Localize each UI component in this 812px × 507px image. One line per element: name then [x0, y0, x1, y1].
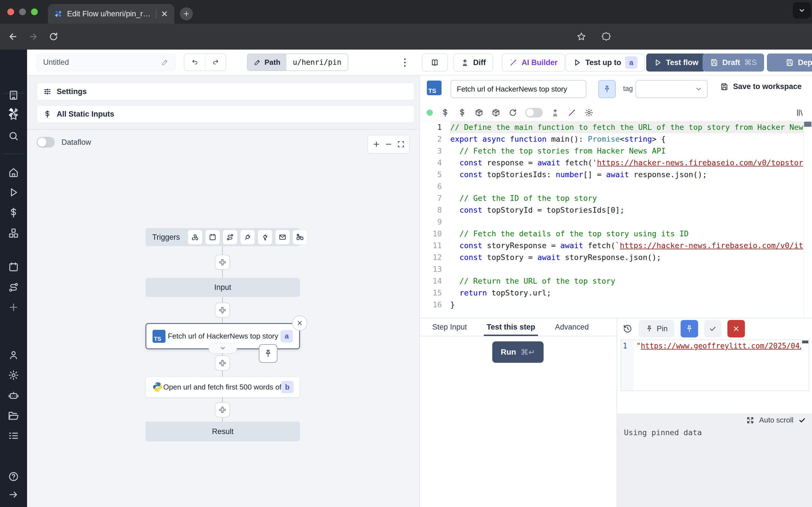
close-pinned-button[interactable] [727, 320, 745, 337]
flow-settings-row[interactable]: Settings [37, 83, 414, 100]
sidebar-item-search search-icon[interactable] [8, 130, 19, 142]
pin-active-button[interactable] [680, 320, 698, 337]
undo-button[interactable] [185, 54, 205, 70]
editor-minimap[interactable] [804, 121, 812, 318]
extensions-puzzle-icon[interactable] [601, 32, 611, 42]
step-b-title: Open url and fetch first 500 words of ..… [163, 383, 281, 392]
confirm-button[interactable] [704, 320, 721, 337]
sidebar-item-users user-icon[interactable] [8, 349, 19, 360]
gear-icon[interactable] [585, 108, 594, 117]
dataflow-toggle[interactable] [37, 137, 55, 148]
path-button-group[interactable]: Path u/henri/pin [247, 54, 348, 71]
trigger-webhook-button[interactable] [188, 230, 202, 244]
sidebar-item-collapse arrow-right-icon[interactable] [8, 489, 19, 500]
run-button[interactable]: Run⌘↵ [492, 341, 544, 363]
zoom-in-icon[interactable] [372, 140, 380, 148]
step-node-b[interactable]: Open url and fetch first 500 words of ..… [146, 377, 300, 397]
wand-icon[interactable] [567, 108, 576, 117]
sidebar-item-settings gear-icon[interactable] [8, 370, 19, 381]
toolbar-kebab-icon[interactable] [399, 56, 411, 69]
path-label-segment[interactable]: Path [248, 54, 287, 70]
trigger-mail-button[interactable] [275, 230, 290, 244]
new-tab-button[interactable] [180, 7, 193, 20]
path-value[interactable]: u/henri/pin [287, 54, 347, 70]
forward-icon[interactable] [28, 32, 38, 42]
step-tabs: Step InputTest this stepAdvanced [420, 318, 617, 336]
ai-builder-button[interactable]: AI Builder [502, 54, 565, 71]
sidebar-item-favorites star-icon[interactable] [8, 110, 19, 121]
refresh-icon[interactable] [508, 108, 517, 117]
library-icon[interactable] [796, 108, 805, 117]
triggers-node[interactable]: Triggers [146, 228, 300, 246]
package-icon[interactable] [492, 108, 500, 117]
insert-step-button[interactable] [215, 255, 230, 270]
traffic-light-minimize[interactable] [19, 8, 26, 15]
flow-name-field[interactable]: Untitled [37, 54, 175, 71]
sidebar-item-workspace building-icon[interactable] [8, 90, 19, 101]
all-static-inputs-row[interactable]: All Static Inputs [37, 105, 414, 123]
trigger-route-button[interactable] [223, 230, 238, 244]
reload-icon[interactable] [49, 32, 59, 42]
step-title-input[interactable] [451, 80, 587, 98]
dollar-icon[interactable] [458, 108, 467, 117]
back-icon[interactable] [8, 32, 18, 42]
pin-button[interactable]: Pin [639, 320, 674, 337]
trigger-poll-button[interactable] [293, 230, 307, 244]
deploy-button[interactable]: Deploy [767, 54, 812, 71]
insert-step-button[interactable] [215, 355, 230, 371]
step-a-close-button[interactable] [292, 316, 307, 331]
tab-search-chevron-icon[interactable] [793, 2, 811, 18]
expand-icon[interactable] [746, 416, 754, 424]
test-flow-button[interactable]: Test flow [646, 54, 706, 71]
browser-tab[interactable]: Edit Flow u/henri/pin_results ✕ [48, 4, 174, 24]
diff-button[interactable]: Diff [453, 54, 493, 71]
pinned-data-editor[interactable]: 1 "https://www.geoffreylitt.com/2025/04/… [621, 340, 809, 391]
draft-button[interactable]: Draft⌘S [703, 54, 764, 71]
test-up-to-step-badge[interactable]: a [625, 56, 638, 69]
traffic-light-zoom[interactable] [31, 8, 38, 15]
insert-step-button[interactable] [215, 302, 230, 318]
zoom-out-icon[interactable] [385, 140, 393, 148]
redo-button[interactable] [205, 54, 225, 70]
test-up-to-button[interactable]: Test up toa [566, 54, 645, 71]
sidebar-item-schedules calendar-icon[interactable] [8, 262, 19, 273]
history-icon[interactable] [623, 324, 632, 334]
sidebar-item-home home-icon[interactable] [8, 167, 19, 178]
diff-pm-icon[interactable] [551, 108, 560, 117]
save-to-workspace-button[interactable]: Save to workspace [720, 82, 802, 91]
sidebar-item-create plus-icon[interactable] [8, 302, 19, 313]
fit-view-icon[interactable] [397, 140, 405, 148]
bookmark-star-icon[interactable] [576, 32, 587, 42]
pin-toggle-button[interactable] [598, 80, 616, 98]
sidebar-item-ai bot-icon[interactable] [8, 390, 19, 401]
package-icon[interactable] [474, 108, 484, 117]
sidebar-item-flows route-icon[interactable] [8, 282, 19, 293]
result-node[interactable]: Result [146, 421, 300, 441]
flow-canvas[interactable]: Dataflow Triggers Input TS Fetch url of … [27, 129, 419, 507]
dollar-icon[interactable] [441, 108, 450, 117]
docs-button[interactable] [422, 54, 448, 71]
trigger-plug-zap-button[interactable] [258, 230, 272, 244]
step-a-pin-badge[interactable] [259, 344, 277, 363]
tag-select[interactable] [636, 80, 708, 98]
tab-step-input[interactable]: Step Input [432, 318, 467, 336]
input-node[interactable]: Input [146, 278, 300, 297]
sidebar-item-resources boxes-icon[interactable] [8, 228, 19, 239]
sidebar-item-logs list-icon[interactable] [8, 430, 19, 441]
sidebar-item-runs play-icon[interactable] [8, 187, 19, 198]
sidebar-item-folders folder-icon[interactable] [8, 410, 19, 421]
traffic-light-close[interactable] [7, 8, 14, 15]
tab-test-this-step[interactable]: Test this step [487, 318, 535, 336]
sidebar-item-help help-icon[interactable] [8, 471, 19, 482]
tab-advanced[interactable]: Advanced [555, 318, 589, 336]
editor-toggle[interactable] [525, 108, 543, 117]
trigger-plug-button[interactable] [240, 230, 255, 244]
insert-step-button[interactable] [215, 402, 230, 417]
step-a-expand-chevron[interactable] [209, 343, 237, 353]
auto-scroll-row[interactable]: Auto scroll [746, 416, 806, 425]
plus-minus-icon [461, 58, 469, 67]
sidebar-item-variables dollar-icon[interactable] [8, 207, 19, 218]
trigger-calendar-button[interactable] [205, 230, 220, 244]
tab-close-icon[interactable]: ✕ [161, 9, 168, 19]
code-editor[interactable]: 1// Define the main function to fetch th… [420, 121, 812, 318]
